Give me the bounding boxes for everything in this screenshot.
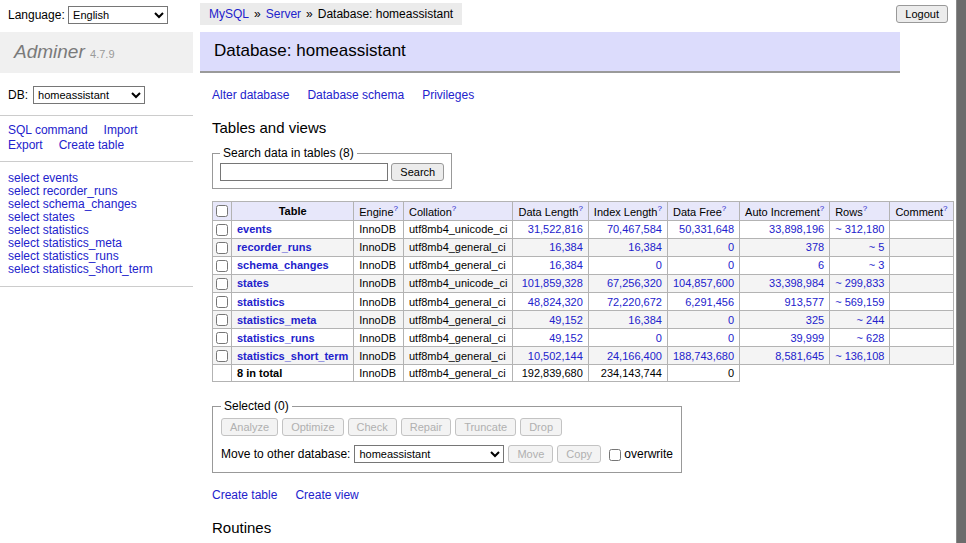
table-link-recorder-runs[interactable]: recorder_runs bbox=[237, 241, 312, 253]
index-length-link[interactable]: 0 bbox=[656, 259, 662, 271]
help-link[interactable]: ? bbox=[820, 204, 824, 213]
data-free-link[interactable]: 104,857,600 bbox=[673, 277, 734, 289]
auto-increment-link[interactable]: 33,398,984 bbox=[769, 277, 824, 289]
row-checkbox-recorder-runs[interactable] bbox=[216, 242, 228, 254]
auto-increment-link[interactable]: 325 bbox=[806, 314, 824, 326]
auto-increment-link[interactable]: 39,999 bbox=[791, 332, 825, 344]
help-link[interactable]: ? bbox=[657, 204, 661, 213]
sidebar-select-statistics-short-term[interactable]: select statistics_short_term bbox=[8, 263, 185, 276]
sidebar-link-export[interactable]: Export bbox=[8, 138, 43, 152]
comment-cell bbox=[890, 256, 953, 274]
rows-link[interactable]: ~ 299,833 bbox=[835, 277, 884, 289]
index-length-link[interactable]: 70,467,584 bbox=[607, 223, 662, 235]
help-link[interactable]: ? bbox=[452, 204, 456, 213]
table-link-statistics-runs[interactable]: statistics_runs bbox=[237, 332, 315, 344]
help-link[interactable]: ? bbox=[943, 204, 947, 213]
analyze-button[interactable]: Analyze bbox=[221, 418, 278, 436]
copy-button[interactable]: Copy bbox=[557, 445, 601, 463]
auto-increment-link[interactable]: 378 bbox=[806, 241, 824, 253]
row-checkbox-statistics-runs[interactable] bbox=[216, 332, 228, 344]
rows-link[interactable]: ~ 244 bbox=[857, 314, 885, 326]
help-link[interactable]: ? bbox=[722, 204, 726, 213]
sidebar-link-create-table[interactable]: Create table bbox=[59, 138, 124, 152]
table-link-statistics[interactable]: statistics bbox=[237, 296, 285, 308]
auto-increment-link[interactable]: 913,577 bbox=[784, 296, 824, 308]
data-length-link[interactable]: 101,859,328 bbox=[522, 277, 583, 289]
link-alter-database[interactable]: Alter database bbox=[212, 88, 289, 102]
data-free-link[interactable]: 6,291,456 bbox=[685, 296, 734, 308]
breadcrumb-link-server[interactable]: Server bbox=[266, 7, 301, 21]
move-button[interactable]: Move bbox=[508, 445, 553, 463]
help-link[interactable]: ? bbox=[578, 204, 582, 213]
data-length-link[interactable]: 16,384 bbox=[549, 259, 583, 271]
help-link[interactable]: ? bbox=[863, 204, 867, 213]
index-length-link[interactable]: 67,256,320 bbox=[607, 277, 662, 289]
auto-increment-cell: 6 bbox=[740, 256, 830, 274]
move-db-select[interactable]: homeassistant bbox=[354, 445, 504, 463]
scrollbar-thumb[interactable] bbox=[956, 0, 966, 543]
overwrite-checkbox[interactable] bbox=[609, 449, 621, 461]
sidebar-link-sql-command[interactable]: SQL command bbox=[8, 123, 88, 137]
data-free-link[interactable]: 50,331,648 bbox=[679, 223, 734, 235]
rows-link[interactable]: ~ 5 bbox=[869, 241, 885, 253]
link-create-view[interactable]: Create view bbox=[295, 488, 358, 502]
breadcrumb-link-mysql[interactable]: MySQL bbox=[209, 7, 249, 21]
index-length-link[interactable]: 16,384 bbox=[628, 314, 662, 326]
auto-increment-link[interactable]: 6 bbox=[818, 259, 824, 271]
data-length-link[interactable]: 16,384 bbox=[549, 241, 583, 253]
drop-button[interactable]: Drop bbox=[520, 418, 562, 436]
data-length-cell: 49,152 bbox=[513, 311, 588, 329]
sidebar-link-import[interactable]: Import bbox=[104, 123, 138, 137]
check-button[interactable]: Check bbox=[348, 418, 397, 436]
help-link[interactable]: ? bbox=[394, 204, 398, 213]
data-length-link[interactable]: 10,502,144 bbox=[528, 350, 583, 362]
auto-increment-link[interactable]: 33,898,196 bbox=[769, 223, 824, 235]
auto-increment-link[interactable]: 8,581,645 bbox=[775, 350, 824, 362]
table-link-schema-changes[interactable]: schema_changes bbox=[237, 259, 329, 271]
select-all-checkbox[interactable] bbox=[216, 205, 228, 217]
repair-button[interactable]: Repair bbox=[401, 418, 451, 436]
data-length-link[interactable]: 49,152 bbox=[549, 332, 583, 344]
logout-button[interactable]: Logout bbox=[896, 5, 948, 23]
truncate-button[interactable]: Truncate bbox=[455, 418, 516, 436]
rows-link[interactable]: ~ 569,159 bbox=[835, 296, 884, 308]
data-length-link[interactable]: 48,824,320 bbox=[528, 296, 583, 308]
table-link-statistics-meta[interactable]: statistics_meta bbox=[237, 314, 317, 326]
tables-and-views-heading: Tables and views bbox=[212, 119, 900, 136]
search-button[interactable]: Search bbox=[391, 163, 444, 181]
data-length-link[interactable]: 31,522,816 bbox=[528, 223, 583, 235]
help-superscript: ? bbox=[394, 204, 398, 213]
row-checkbox-events[interactable] bbox=[216, 224, 228, 236]
index-length-link[interactable]: 24,166,400 bbox=[607, 350, 662, 362]
row-checkbox-schema-changes[interactable] bbox=[216, 260, 228, 272]
breadcrumb: MySQL»Server»Database: homeassistant bbox=[200, 3, 462, 25]
data-free-link[interactable]: 0 bbox=[728, 241, 734, 253]
data-length-link[interactable]: 49,152 bbox=[549, 314, 583, 326]
index-length-link[interactable]: 72,220,672 bbox=[607, 296, 662, 308]
row-checkbox-statistics[interactable] bbox=[216, 296, 228, 308]
link-database-schema[interactable]: Database schema bbox=[307, 88, 404, 102]
data-free-link[interactable]: 188,743,680 bbox=[673, 350, 734, 362]
link-create-table[interactable]: Create table bbox=[212, 488, 277, 502]
row-checkbox-cell bbox=[213, 238, 232, 256]
row-checkbox-statistics-meta[interactable] bbox=[216, 314, 228, 326]
rows-link[interactable]: ~ 136,108 bbox=[835, 350, 884, 362]
rows-link[interactable]: ~ 312,180 bbox=[835, 223, 884, 235]
table-link-states[interactable]: states bbox=[237, 277, 269, 289]
index-length-link[interactable]: 0 bbox=[656, 332, 662, 344]
data-free-link[interactable]: 0 bbox=[728, 332, 734, 344]
search-input[interactable] bbox=[220, 163, 388, 181]
row-checkbox-statistics-short-term[interactable] bbox=[216, 350, 228, 362]
optimize-button[interactable]: Optimize bbox=[282, 418, 343, 436]
row-checkbox-states[interactable] bbox=[216, 278, 228, 290]
index-length-link[interactable]: 16,384 bbox=[628, 241, 662, 253]
data-free-link[interactable]: 0 bbox=[728, 259, 734, 271]
table-link-events[interactable]: events bbox=[237, 223, 272, 235]
data-free-link[interactable]: 0 bbox=[728, 314, 734, 326]
link-privileges[interactable]: Privileges bbox=[422, 88, 474, 102]
rows-link[interactable]: ~ 3 bbox=[869, 259, 885, 271]
db-select[interactable]: homeassistant bbox=[33, 86, 145, 104]
table-link-statistics-short-term[interactable]: statistics_short_term bbox=[237, 350, 348, 362]
rows-link[interactable]: ~ 628 bbox=[857, 332, 885, 344]
sidebar-divider bbox=[0, 115, 193, 116]
